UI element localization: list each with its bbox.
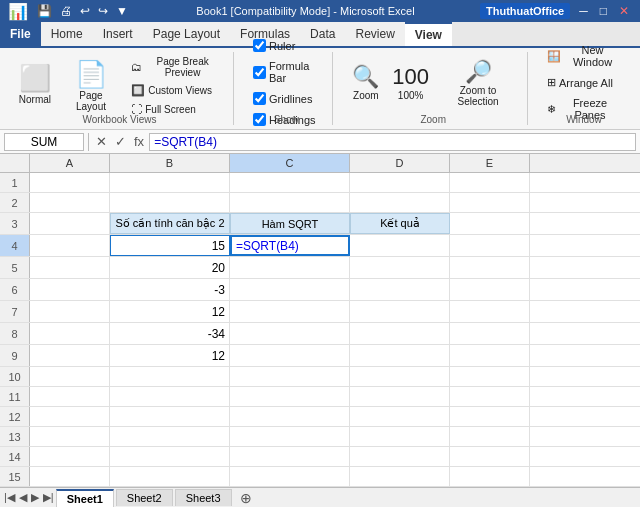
qa-dropdown-btn[interactable]: ▼ — [113, 3, 131, 19]
row-num-14[interactable]: 14 — [0, 447, 30, 466]
cell-B15[interactable] — [110, 467, 230, 486]
cell-E13[interactable] — [450, 427, 530, 446]
cell-C11[interactable] — [230, 387, 350, 406]
name-box[interactable] — [4, 133, 84, 151]
cell-A3[interactable] — [30, 213, 110, 234]
cell-A7[interactable] — [30, 301, 110, 322]
sheet-tab-3[interactable]: Sheet3 — [175, 489, 232, 506]
new-window-btn[interactable]: 🪟 New Window — [542, 42, 626, 70]
cell-C15[interactable] — [230, 467, 350, 486]
tab-page-layout[interactable]: Page Layout — [143, 22, 230, 46]
cell-E10[interactable] — [450, 367, 530, 386]
ruler-checkbox-row[interactable]: Ruler — [248, 37, 300, 54]
row-num-11[interactable]: 11 — [0, 387, 30, 406]
cell-B9[interactable]: 12 — [110, 345, 230, 366]
cell-A8[interactable] — [30, 323, 110, 344]
formula-fx-btn[interactable]: fx — [131, 134, 147, 149]
cell-A1[interactable] — [30, 173, 110, 192]
cell-A4[interactable] — [30, 235, 110, 256]
gridlines-checkbox-row[interactable]: Gridlines — [248, 90, 317, 107]
sheet-nav-next[interactable]: ▶ — [29, 491, 41, 504]
cell-B13[interactable] — [110, 427, 230, 446]
cell-D4[interactable] — [350, 235, 450, 256]
cell-D6[interactable] — [350, 279, 450, 300]
cell-E6[interactable] — [450, 279, 530, 300]
cell-A9[interactable] — [30, 345, 110, 366]
cell-A11[interactable] — [30, 387, 110, 406]
cell-C6[interactable] — [230, 279, 350, 300]
formula-bar-checkbox[interactable] — [253, 66, 266, 79]
tab-file[interactable]: File — [0, 22, 41, 46]
redo-quick-btn[interactable]: ↪ — [95, 3, 111, 19]
cell-C10[interactable] — [230, 367, 350, 386]
cell-C8[interactable] — [230, 323, 350, 344]
formula-bar-checkbox-row[interactable]: Formula Bar — [248, 58, 324, 86]
cell-B11[interactable] — [110, 387, 230, 406]
new-sheet-btn[interactable]: ⊕ — [234, 490, 258, 506]
cell-B14[interactable] — [110, 447, 230, 466]
cell-E9[interactable] — [450, 345, 530, 366]
print-quick-btn[interactable]: 🖨 — [57, 3, 75, 19]
col-header-B[interactable]: B — [110, 154, 230, 172]
cell-E15[interactable] — [450, 467, 530, 486]
cell-A5[interactable] — [30, 257, 110, 278]
cell-D12[interactable] — [350, 407, 450, 426]
cell-B3[interactable]: Số cần tính căn bậc 2 — [110, 213, 230, 234]
cell-B5[interactable]: 20 — [110, 257, 230, 278]
cell-D2[interactable] — [350, 193, 450, 212]
row-num-13[interactable]: 13 — [0, 427, 30, 446]
formula-confirm-btn[interactable]: ✓ — [112, 134, 129, 149]
cell-A15[interactable] — [30, 467, 110, 486]
cell-B1[interactable] — [110, 173, 230, 192]
undo-quick-btn[interactable]: ↩ — [77, 3, 93, 19]
cell-A14[interactable] — [30, 447, 110, 466]
cell-C1[interactable] — [230, 173, 350, 192]
cell-B8[interactable]: -34 — [110, 323, 230, 344]
cell-D11[interactable] — [350, 387, 450, 406]
page-layout-view-btn[interactable]: 📄 Page Layout — [60, 54, 122, 117]
cell-D1[interactable] — [350, 173, 450, 192]
row-num-4[interactable]: 4 — [0, 235, 30, 256]
page-break-preview-btn[interactable]: 🗂 Page Break Preview — [126, 54, 225, 80]
cell-A6[interactable] — [30, 279, 110, 300]
restore-btn[interactable]: □ — [597, 3, 610, 19]
row-num-5[interactable]: 5 — [0, 257, 30, 278]
arrange-all-btn[interactable]: ⊞ Arrange All — [542, 74, 618, 91]
row-num-10[interactable]: 10 — [0, 367, 30, 386]
cell-C3[interactable]: Hàm SQRT — [230, 213, 350, 234]
row-num-3[interactable]: 3 — [0, 213, 30, 234]
cell-B6[interactable]: -3 — [110, 279, 230, 300]
tab-view[interactable]: View — [405, 22, 452, 46]
cell-B4[interactable]: 15 — [110, 235, 230, 256]
cell-C4[interactable]: =SQRT(B4) — [230, 235, 350, 256]
row-num-7[interactable]: 7 — [0, 301, 30, 322]
row-num-2[interactable]: 2 — [0, 193, 30, 212]
cell-E12[interactable] — [450, 407, 530, 426]
cell-E1[interactable] — [450, 173, 530, 192]
cell-B2[interactable] — [110, 193, 230, 212]
row-num-6[interactable]: 6 — [0, 279, 30, 300]
cell-A2[interactable] — [30, 193, 110, 212]
cell-E2[interactable] — [450, 193, 530, 212]
cell-A10[interactable] — [30, 367, 110, 386]
cell-E3[interactable] — [450, 213, 530, 234]
tab-review[interactable]: Review — [345, 22, 404, 46]
cell-C14[interactable] — [230, 447, 350, 466]
cell-D8[interactable] — [350, 323, 450, 344]
cell-D13[interactable] — [350, 427, 450, 446]
col-header-A[interactable]: A — [30, 154, 110, 172]
sheet-nav-first[interactable]: |◀ — [2, 491, 17, 504]
cell-C12[interactable] — [230, 407, 350, 426]
cell-C9[interactable] — [230, 345, 350, 366]
cell-E5[interactable] — [450, 257, 530, 278]
cell-E14[interactable] — [450, 447, 530, 466]
minimize-btn[interactable]: ─ — [576, 3, 591, 19]
cell-D3[interactable]: Kết quả — [350, 213, 450, 234]
formula-input[interactable] — [149, 133, 636, 151]
custom-views-btn[interactable]: 🔲 Custom Views — [126, 82, 225, 99]
zoom-to-selection-btn[interactable]: 🔎 Zoom to Selection — [437, 53, 519, 113]
tab-insert[interactable]: Insert — [93, 22, 143, 46]
row-num-1[interactable]: 1 — [0, 173, 30, 192]
cell-B7[interactable]: 12 — [110, 301, 230, 322]
sheet-tab-2[interactable]: Sheet2 — [116, 489, 173, 506]
